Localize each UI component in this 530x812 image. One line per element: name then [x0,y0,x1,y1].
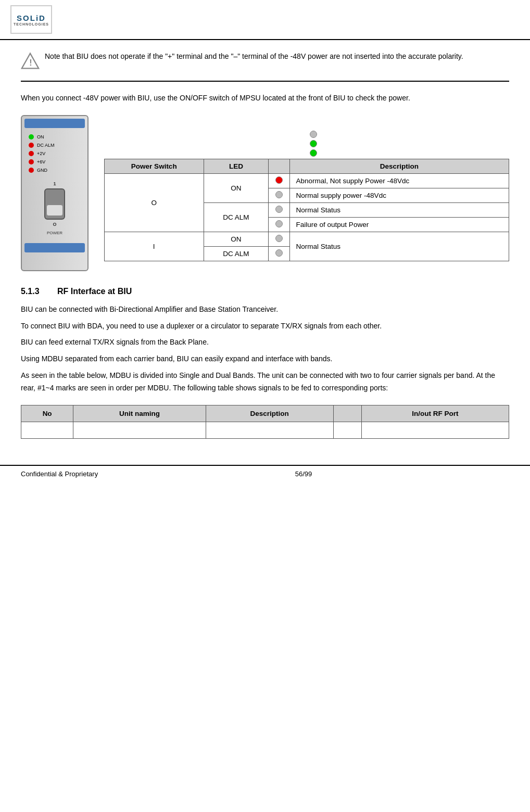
led-gnd-indicator [29,168,34,173]
led-gray-dot-4 [275,235,283,242]
led-red-dot [275,176,283,184]
device-led-2v: +2V [29,151,81,156]
led-gray-cell-1 [269,188,289,202]
empty-cell-1 [21,422,73,438]
footer-center: 56/99 [295,470,312,478]
table-container: Power Switch LED Description O ON Abnorm… [104,115,509,261]
switch-i-cell: I [105,232,204,261]
led-gray-cell-4 [269,232,289,246]
desc-normal-status-2: Normal Status [289,232,509,261]
led-dot-green-1 [310,140,317,147]
warning-icon: ! [21,52,40,70]
section-513-title: RF Interface at BIU [57,287,132,296]
led-dot-green-2 [310,149,317,157]
led-on-label: ON [37,134,44,139]
led-6v-indicator [29,159,34,164]
col-inout-rf: In/out RF Port [361,405,509,422]
switch-label: POWER [47,231,62,235]
svg-text:!: ! [29,58,32,67]
bottom-table-empty-row [21,422,509,438]
led-gray-cell-3 [269,217,289,232]
led-2v-label: +2V [37,151,45,156]
device-led-6v: +6V [29,159,81,164]
led-on-indicator [29,134,34,139]
table-row: O ON Abnormal, Not supply Power -48Vdc [105,173,509,188]
logo-text: SOLiD [17,14,46,22]
empty-cell-3 [206,422,333,438]
note-section: ! Note that BIU does not operate if the … [21,50,509,70]
device-bottom-bar [24,243,85,252]
led-gray-dot-3 [275,220,283,227]
para-5: As seen in the table below, MDBU is divi… [21,370,509,395]
logo: SOLiD TECHNOLOGIES [10,5,52,34]
led-6v-label: +6V [37,159,45,164]
led-gray-dot-5 [275,249,283,257]
col-unit-naming: Unit naming [73,405,206,422]
footer-left: Confidential & Proprietary [21,470,98,478]
col-led-indicator [269,159,289,173]
empty-cell-4 [333,422,361,438]
device-led-gnd: GND [29,168,81,173]
col-no: No [21,405,73,422]
led-gray-cell-2 [269,202,289,217]
led-dots-above-row [104,131,509,157]
led-gray-dot-1 [275,191,283,198]
led-gray-cell-5 [269,246,289,261]
led-gnd-label: GND [37,168,47,173]
desc-abnormal: Abnormal, Not supply Power -48Vdc [289,173,509,188]
power-table: Power Switch LED Description O ON Abnorm… [104,159,509,261]
diagram-area: ON DC ALM +2V +6V GND [21,115,509,271]
dcalm-cell-2: DC ALM [204,246,269,261]
led-red-cell [269,173,289,188]
device-switch-area: 1 O POWER [24,181,85,235]
note-text: Note that BIU does not operate if the "+… [45,50,463,62]
switch-knob [46,205,63,216]
switch-o-cell: O [105,173,204,232]
switch-pos-1: 1 [53,181,56,186]
section-divider [21,81,509,82]
col-empty [333,405,361,422]
table-header-row: Power Switch LED Description [105,159,509,173]
device-led-dcalm: DC ALM [29,143,81,148]
para-3: BIU can feed external TX/RX signals from… [21,336,509,349]
led-dot-gray-top [310,131,317,138]
led-dcalm-label: DC ALM [37,143,55,148]
footer: Confidential & Proprietary 56/99 [0,465,530,482]
table-row: I ON Normal Status [105,232,509,246]
led-gray-dot-2 [275,206,283,213]
bottom-table-header: No Unit naming Description In/out RF Por… [21,405,509,422]
col-description: Description [289,159,509,173]
switch-body [44,188,65,220]
para-1: BIU can be connected with Bi-Directional… [21,303,509,316]
logo-sub: TECHNOLOGIES [14,22,49,26]
led-dcalm-indicator [29,143,34,148]
main-content: ! Note that BIU does not operate if the … [0,40,530,449]
intro-text: When you connect -48V power with BIU, us… [21,92,509,105]
header: SOLiD TECHNOLOGIES [0,0,530,40]
section-513-heading: 5.1.3 RF Interface at BIU [21,287,509,296]
col-description: Description [206,405,333,422]
led-2v-indicator [29,151,34,156]
empty-cell-2 [73,422,206,438]
desc-normal-status-1: Normal Status [289,202,509,217]
on-cell-2: ON [204,232,269,246]
bottom-table: No Unit naming Description In/out RF Por… [21,405,509,439]
desc-normal-supply: Normal supply power -48Vdc [289,188,509,202]
para-4: Using MDBU separated from each carrier b… [21,353,509,365]
on-cell-1: ON [204,173,269,202]
switch-pos-o: O [53,222,56,227]
device-led-row: ON DC ALM +2V +6V GND [24,132,85,175]
led-dots-above [310,131,317,157]
device-led-on: ON [29,134,81,139]
col-power-switch: Power Switch [105,159,204,173]
dcalm-cell-1: DC ALM [204,202,269,232]
device-top-bar [24,119,85,128]
empty-cell-5 [361,422,509,438]
desc-failure: Failure of output Power [289,217,509,232]
device-panel: ON DC ALM +2V +6V GND [21,115,89,271]
col-led: LED [204,159,269,173]
section-513-number: 5.1.3 [21,287,40,296]
para-2: To connect BIU with BDA, you need to use… [21,320,509,333]
